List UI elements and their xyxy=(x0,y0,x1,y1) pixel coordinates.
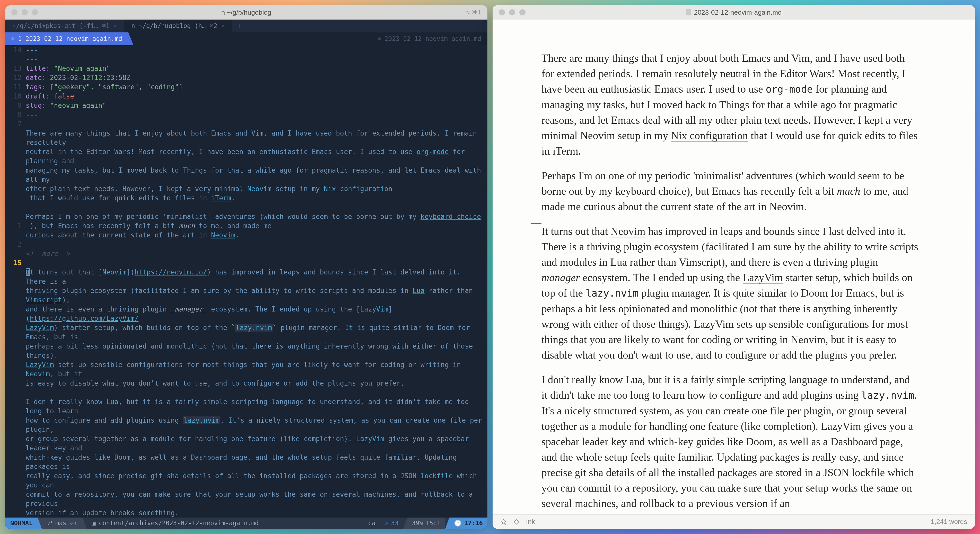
close-tab-icon[interactable]: × xyxy=(221,23,224,29)
terminal-tab-2[interactable]: n ~/g/b/hugoblog (h… ⌘2 × xyxy=(124,19,232,32)
preview-content[interactable]: There are many things that I enjoy about… xyxy=(493,19,975,515)
tag-icon[interactable] xyxy=(513,518,520,525)
preview-paragraph: I don't really know Lua, but it is a fai… xyxy=(541,372,918,511)
maximize-window-icon[interactable] xyxy=(32,9,38,16)
buffer-name: 2023-02-12-neovim-again.md xyxy=(385,35,481,43)
preview-statusbar: Ink 1,241 words xyxy=(493,515,975,529)
clock-indicator: 🕐 17:16 xyxy=(445,518,487,529)
diagnostics-indicator: ⚠ 33 xyxy=(380,518,403,529)
minimize-window-icon[interactable] xyxy=(509,9,515,16)
branch-icon: ⎇ xyxy=(46,520,53,527)
buffer-modified-icon xyxy=(11,37,14,40)
line-number-gutter: 14 13121110987 1 2 15 xyxy=(5,45,26,518)
preview-paragraph: Perhaps I'm on one of my periodic 'minim… xyxy=(541,168,918,214)
traffic-lights xyxy=(11,9,38,16)
neovim-buffer-bar: 1 2023-02-12-neovim-again.md 2023-02-12-… xyxy=(5,32,487,45)
terminal-titlebar: n ~/g/b/hugoblog ⌥⌘1 xyxy=(5,5,487,19)
preview-paragraph: There are many things that I enjoy about… xyxy=(541,51,918,159)
preview-title: 2023-02-12-neovim-again.md xyxy=(686,8,781,16)
close-window-icon[interactable] xyxy=(499,9,505,16)
pin-icon[interactable] xyxy=(500,518,507,525)
maximize-window-icon[interactable] xyxy=(519,9,525,16)
git-branch: ⎇ master xyxy=(38,518,87,529)
word-count: 1,241 words xyxy=(931,518,967,526)
link-keyboard-choice[interactable]: keyboard choice xyxy=(615,185,686,197)
buffer-tab-active[interactable]: 1 2023-02-12-neovim-again.md xyxy=(5,32,134,45)
terminal-shortcut-label: ⌥⌘1 xyxy=(465,9,481,16)
buffer-modified-icon xyxy=(378,37,381,40)
mode-label: Ink xyxy=(526,518,535,526)
preview-paragraph: It turns out that Neovim has improved in… xyxy=(541,224,918,363)
editor-content[interactable]: --- --- title: "Neovim again" date: 2023… xyxy=(26,45,487,518)
preview-titlebar: 2023-02-12-neovim-again.md xyxy=(493,5,975,19)
clock-icon: 🕐 xyxy=(454,520,462,527)
file-path: ▣ content/archives/2023-02-12-neovim-aga… xyxy=(87,520,264,527)
document-icon xyxy=(686,9,691,16)
link-nix-config[interactable]: Nix configuration xyxy=(671,130,748,142)
tab-badge: ⌘1 xyxy=(102,22,110,30)
tab-badge: ⌘2 xyxy=(210,22,217,30)
link-neovim[interactable]: Neovim xyxy=(611,225,645,237)
minimize-window-icon[interactable] xyxy=(22,9,28,16)
terminal-window: n ~/g/b/hugoblog ⌥⌘1 ~/g/g/nixpkgs-git (… xyxy=(5,5,487,529)
add-tab-button[interactable]: + xyxy=(232,19,246,32)
file-icon: ▣ xyxy=(92,520,95,527)
terminal-title: n ~/g/b/hugoblog xyxy=(221,8,271,16)
tab-label: ~/g/g/nixpkgs-git (-fi… xyxy=(12,22,98,30)
position-indicator: 39% 15:1 xyxy=(403,518,445,529)
terminal-tab-1[interactable]: ~/g/g/nixpkgs-git (-fi… ⌘1 × xyxy=(5,19,124,32)
warning-icon: ⚠ xyxy=(385,520,388,527)
link-lazyvim[interactable]: LazyVim xyxy=(743,272,783,284)
buffer-tab-inactive[interactable]: 2023-02-12-neovim-again.md xyxy=(372,32,487,45)
encoding-indicator: ca xyxy=(363,518,380,529)
tab-label: n ~/g/b/hugoblog (h… xyxy=(131,22,205,30)
mode-indicator: NORMAL xyxy=(5,518,42,529)
buffer-name: 1 2023-02-12-neovim-again.md xyxy=(18,35,122,43)
close-tab-icon[interactable]: × xyxy=(113,23,116,29)
traffic-lights xyxy=(499,9,525,16)
close-window-icon[interactable] xyxy=(11,9,18,16)
neovim-statusline: NORMAL ⎇ master ▣ content/archives/2023-… xyxy=(5,518,487,529)
branch-name: master xyxy=(55,520,78,527)
terminal-tab-bar: ~/g/g/nixpkgs-git (-fi… ⌘1 × n ~/g/b/hug… xyxy=(5,19,487,32)
preview-window: 2023-02-12-neovim-again.md There are man… xyxy=(493,5,975,529)
editor-pane[interactable]: 14 13121110987 1 2 15 --- --- title: "Ne… xyxy=(5,45,487,518)
insertion-marker-icon xyxy=(531,223,541,224)
